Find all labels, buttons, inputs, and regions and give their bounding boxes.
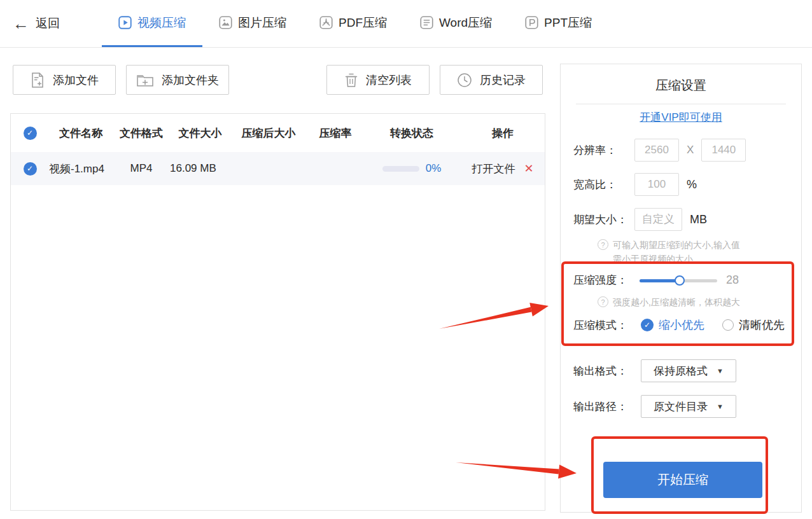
output-format-value: 保持原格式: [654, 364, 708, 378]
image-compress-icon: [219, 16, 232, 29]
tab-label: Word压缩: [439, 15, 492, 31]
output-path-value: 原文件目录: [654, 399, 708, 414]
aspect-ratio-unit: %: [687, 178, 697, 191]
trash-icon: [344, 73, 358, 88]
history-button[interactable]: 历史记录: [440, 65, 543, 95]
vip-link[interactable]: 开通VIP即可使用: [561, 110, 801, 125]
mode-row: 压缩模式： ✓ 缩小优先 清晰优先: [573, 317, 785, 333]
strength-value: 28: [726, 273, 739, 287]
file-size: 16.09 MB: [170, 162, 230, 175]
clear-list-label: 清空列表: [366, 73, 412, 88]
resolution-row: 分辨率： X: [573, 139, 746, 162]
tab-word-compress[interactable]: Word压缩: [403, 0, 508, 47]
add-file-button[interactable]: 添加文件: [13, 65, 116, 95]
target-size-input[interactable]: [634, 208, 682, 231]
radio-checked-icon: ✓: [641, 319, 654, 331]
aspect-ratio-row: 宽高比： %: [573, 173, 697, 196]
table-header: ✓ 文件名称 文件格式 文件大小 压缩后大小 压缩率 转换状态 操作: [11, 114, 545, 152]
col-file-format: 文件格式: [113, 126, 170, 141]
strength-row: 压缩强度： 28: [573, 273, 739, 287]
aspect-ratio-input[interactable]: [634, 173, 679, 196]
resolution-label: 分辨率：: [573, 143, 634, 158]
back-label: 返回: [36, 15, 60, 32]
app-window: ← 返回 视频压缩 图片压缩 PDF压缩: [0, 0, 812, 519]
file-format: MP4: [113, 162, 170, 175]
tab-image-compress[interactable]: 图片压缩: [202, 0, 303, 47]
ppt-compress-icon: [525, 16, 538, 29]
clear-list-button[interactable]: 清空列表: [326, 65, 430, 95]
mode-option-clarity-first[interactable]: 清晰优先: [722, 317, 785, 333]
output-format-row: 输出格式： 保持原格式 ▼: [573, 359, 736, 382]
back-arrow-icon: ←: [13, 15, 29, 32]
chevron-down-icon: ▼: [717, 403, 724, 410]
slider-thumb[interactable]: [675, 275, 685, 286]
pdf-compress-icon: [319, 16, 333, 29]
tab-label: 图片压缩: [238, 15, 286, 31]
divider: [576, 104, 786, 104]
target-size-hint: ? 可输入期望压缩到的大小,输入值 需小于原视频的大小: [598, 238, 740, 266]
output-format-select[interactable]: 保持原格式 ▼: [641, 359, 736, 382]
open-file-link[interactable]: 打开文件: [472, 162, 515, 176]
target-size-unit: MB: [690, 213, 707, 226]
video-compress-icon: [118, 16, 132, 29]
chevron-down-icon: ▼: [717, 367, 724, 375]
aspect-ratio-label: 宽高比：: [573, 177, 634, 192]
strength-hint: ? 强度越小,压缩越清晰，体积越大: [598, 295, 740, 309]
strength-label: 压缩强度：: [573, 273, 634, 287]
mode-option-shrink-first[interactable]: ✓ 缩小优先: [641, 317, 704, 333]
history-label: 历史记录: [480, 73, 526, 88]
add-file-label: 添加文件: [53, 73, 99, 88]
remove-file-icon[interactable]: ✕: [524, 162, 533, 176]
radio-unchecked-icon: [722, 319, 734, 331]
resolution-width-input[interactable]: [634, 139, 679, 162]
strength-hint-text: 强度越小,压缩越清晰，体积越大: [613, 295, 740, 309]
col-file-name: 文件名称: [49, 126, 113, 141]
tab-ppt-compress[interactable]: PPT压缩: [508, 0, 608, 47]
col-status: 转换状态: [364, 126, 459, 141]
resolution-height-input[interactable]: [701, 139, 746, 162]
start-compress-button[interactable]: 开始压缩: [603, 462, 762, 498]
resolution-separator: X: [687, 144, 694, 156]
output-path-row: 输出路径： 原文件目录 ▼: [573, 395, 736, 418]
col-file-size: 文件大小: [170, 126, 230, 141]
settings-title: 压缩设置: [561, 77, 801, 94]
tab-label: PDF压缩: [339, 15, 387, 31]
progress-percent: 0%: [426, 162, 442, 175]
col-compressed-size: 压缩后大小: [230, 126, 307, 141]
radio-label: 缩小优先: [659, 317, 704, 333]
target-size-label: 期望大小：: [573, 212, 634, 227]
select-all-checkbox[interactable]: ✓: [24, 127, 37, 140]
output-format-label: 输出格式：: [573, 364, 634, 378]
word-compress-icon: [420, 16, 433, 29]
progress-bar: [382, 166, 419, 172]
strength-slider[interactable]: [640, 275, 717, 286]
back-button[interactable]: ← 返回: [13, 0, 60, 47]
clock-icon: [457, 73, 472, 88]
add-folder-button[interactable]: 添加文件夹: [126, 65, 229, 95]
col-ratio: 压缩率: [307, 126, 364, 141]
tab-video-compress[interactable]: 视频压缩: [102, 0, 202, 47]
tab-label: PPT压缩: [544, 15, 592, 31]
hint-line2: 需小于原视频的大小: [613, 254, 693, 264]
output-path-label: 输出路径：: [573, 399, 634, 414]
tab-bar: 视频压缩 图片压缩 PDF压缩 Word压缩: [102, 0, 608, 47]
target-size-row: 期望大小： MB: [573, 208, 707, 231]
add-folder-icon: [136, 73, 154, 88]
hint-line1: 可输入期望压缩到的大小,输入值: [613, 240, 740, 250]
tab-pdf-compress[interactable]: PDF压缩: [303, 0, 403, 47]
output-path-select[interactable]: 原文件目录 ▼: [641, 395, 736, 418]
col-action: 操作: [459, 126, 546, 141]
table-row: ✓ 视频-1.mp4 MP4 16.09 MB 0% 打开文件 ✕: [11, 152, 545, 185]
add-folder-label: 添加文件夹: [162, 73, 219, 88]
topbar: ← 返回 视频压缩 图片压缩 PDF压缩: [0, 0, 812, 48]
mode-label: 压缩模式：: [573, 318, 634, 333]
add-file-icon: [30, 72, 45, 88]
help-icon: ?: [598, 296, 608, 307]
settings-panel: 压缩设置 开通VIP即可使用 分辨率： X 宽高比： % 期望大小： MB ? …: [560, 64, 802, 513]
tab-label: 视频压缩: [137, 15, 186, 31]
help-icon: ?: [598, 239, 608, 250]
row-checkbox[interactable]: ✓: [24, 162, 37, 176]
file-name: 视频-1.mp4: [49, 162, 113, 176]
file-table: ✓ 文件名称 文件格式 文件大小 压缩后大小 压缩率 转换状态 操作 ✓ 视频-…: [10, 113, 545, 511]
radio-label: 清晰优先: [739, 317, 785, 333]
